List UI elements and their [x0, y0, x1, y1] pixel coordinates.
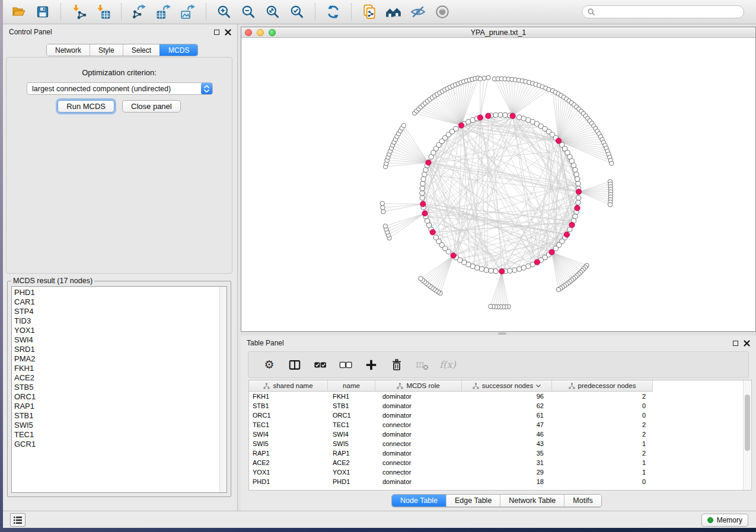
mcds-list-item[interactable]: STP4: [14, 307, 218, 316]
column-header-MCDS-role[interactable]: MCDS role: [375, 380, 462, 392]
table-cell: RAP1: [328, 450, 375, 457]
divider-handle-icon[interactable]: [498, 332, 506, 335]
network-canvas[interactable]: [241, 38, 755, 331]
table-row[interactable]: RAP1RAP1dominator352: [249, 448, 751, 458]
mcds-list-item[interactable]: RAP1: [14, 402, 218, 411]
search-input[interactable]: [598, 8, 739, 16]
table-tabs: Node TableEdge TableNetwork TableMotifs: [391, 494, 602, 507]
open-session-icon[interactable]: [10, 3, 27, 21]
table-cell: 47: [462, 421, 552, 428]
table-cell: SWI4: [328, 431, 375, 438]
layout-refresh-icon[interactable]: [325, 3, 342, 21]
close-icon[interactable]: [225, 29, 231, 36]
table-scrollbar[interactable]: [743, 380, 751, 490]
toolbar-separator: [315, 4, 315, 20]
delete-column-icon[interactable]: [389, 357, 404, 373]
column-header-successor-nodes[interactable]: successor nodes: [462, 380, 552, 392]
tab-select[interactable]: Select: [123, 44, 160, 56]
tab-node-table[interactable]: Node Table: [392, 495, 446, 507]
dropdown-stepper-icon: [201, 83, 212, 94]
mcds-result-title: MCDS result (17 nodes): [11, 277, 94, 285]
tab-network[interactable]: Network: [47, 44, 90, 56]
mcds-list-scrollbar[interactable]: [219, 287, 227, 492]
tab-mcds[interactable]: MCDS: [160, 44, 197, 56]
table-row[interactable]: TEC1TEC1connector472: [249, 420, 751, 430]
deselect-all-icon[interactable]: [338, 357, 353, 373]
table-cell: STB1: [249, 402, 328, 409]
scrollbar-thumb[interactable]: [745, 395, 750, 451]
memory-button[interactable]: Memory: [701, 514, 748, 527]
control-panel: Control Panel NetworkStyleSelectMCDS Opt…: [3, 24, 238, 511]
close-icon[interactable]: [744, 340, 750, 347]
table-row[interactable]: SWI5SWI5connector431: [249, 439, 751, 448]
table-cell: YOX1: [249, 469, 328, 476]
tab-network-table[interactable]: Network Table: [500, 495, 564, 507]
show-graphics-details-icon[interactable]: [434, 3, 451, 21]
save-session-icon[interactable]: [34, 3, 51, 21]
table-row[interactable]: SWI4SWI4dominator462: [249, 430, 751, 439]
column-header-shared-name[interactable]: shared name: [249, 380, 328, 392]
mcds-list-item[interactable]: SWI5: [14, 421, 218, 430]
table-panel: Table Panel ⚙: [241, 335, 756, 511]
mcds-list-item[interactable]: YOX1: [14, 326, 218, 335]
table-cell: 43: [462, 440, 552, 447]
hide-graphics-details-icon[interactable]: [410, 3, 426, 21]
close-panel-button[interactable]: Close panel: [122, 100, 181, 113]
tab-motifs[interactable]: Motifs: [564, 495, 601, 507]
mcds-list-item[interactable]: CAR1: [14, 297, 218, 307]
export-image-icon[interactable]: [180, 3, 196, 21]
float-window-icon[interactable]: [214, 30, 219, 35]
column-header-name[interactable]: name: [328, 380, 375, 392]
table-row[interactable]: ORC1ORC1dominator610: [249, 411, 751, 420]
mcds-list-item[interactable]: TID3: [14, 316, 218, 326]
tab-edge-table[interactable]: Edge Table: [446, 495, 500, 507]
column-layout-icon[interactable]: [287, 357, 302, 373]
table-row[interactable]: YOX1YOX1connector291: [249, 467, 751, 477]
first-neighbors-icon[interactable]: [385, 3, 402, 21]
table-cell: 62: [462, 402, 552, 409]
float-window-icon[interactable]: [733, 341, 738, 346]
add-column-icon[interactable]: [363, 357, 379, 373]
column-header-predecessor-nodes[interactable]: predecessor nodes: [552, 380, 653, 392]
export-table-icon[interactable]: [155, 3, 172, 21]
zoom-out-icon[interactable]: [240, 3, 257, 21]
import-table-icon[interactable]: [95, 3, 111, 21]
table-cell: YOX1: [328, 469, 375, 476]
mcds-list-item[interactable]: TEC1: [14, 430, 218, 440]
optimization-select[interactable]: largest connected component (undirected): [27, 82, 213, 95]
new-network-from-selection-icon[interactable]: [361, 3, 378, 21]
mcds-list-item[interactable]: GCR1: [14, 440, 218, 449]
zoom-in-icon[interactable]: [216, 3, 232, 21]
import-network-icon[interactable]: [71, 3, 87, 21]
table-row[interactable]: ACE2ACE2connector311: [249, 458, 751, 467]
run-mcds-button[interactable]: Run MCDS: [58, 100, 114, 113]
mcds-result-group: MCDS result (17 nodes) PHD1CAR1STP4TID3Y…: [7, 277, 231, 497]
table-row[interactable]: STB1STB1dominator620: [249, 401, 751, 411]
zoom-fit-icon[interactable]: [264, 3, 281, 21]
task-history-button[interactable]: [10, 513, 25, 527]
zoom-selected-icon[interactable]: [289, 3, 305, 21]
main-toolbar: [3, 0, 756, 24]
mcds-list-item[interactable]: STB1: [14, 411, 218, 421]
mcds-list-item[interactable]: ORC1: [14, 392, 218, 402]
export-network-icon[interactable]: [131, 3, 148, 21]
toolbar-separator: [60, 4, 61, 20]
table-row[interactable]: FKH1FKH1dominator962: [249, 392, 751, 401]
mcds-list-item[interactable]: STB5: [14, 383, 218, 392]
shared-column-icon: [263, 383, 270, 389]
tab-style[interactable]: Style: [90, 44, 123, 56]
table-row[interactable]: PHD1PHD1dominator180: [249, 477, 751, 486]
mcds-list-item[interactable]: PMA2: [14, 354, 218, 364]
mcds-list-item[interactable]: FKH1: [14, 364, 218, 373]
toolbar-separator: [206, 4, 206, 20]
table-header-row: shared namenameMCDS rolesuccessor nodesp…: [249, 380, 653, 392]
mcds-list-item[interactable]: ACE2: [14, 373, 218, 383]
table-cell: dominator: [375, 412, 462, 419]
mcds-list-item[interactable]: PHD1: [14, 288, 218, 297]
table-cell: FKH1: [249, 393, 328, 400]
gear-icon[interactable]: ⚙: [261, 357, 277, 373]
table-cell: 0: [552, 402, 653, 409]
mcds-list-item[interactable]: SWI4: [14, 335, 218, 345]
mcds-list-item[interactable]: SRD1: [14, 345, 218, 354]
select-all-icon[interactable]: [312, 357, 328, 373]
